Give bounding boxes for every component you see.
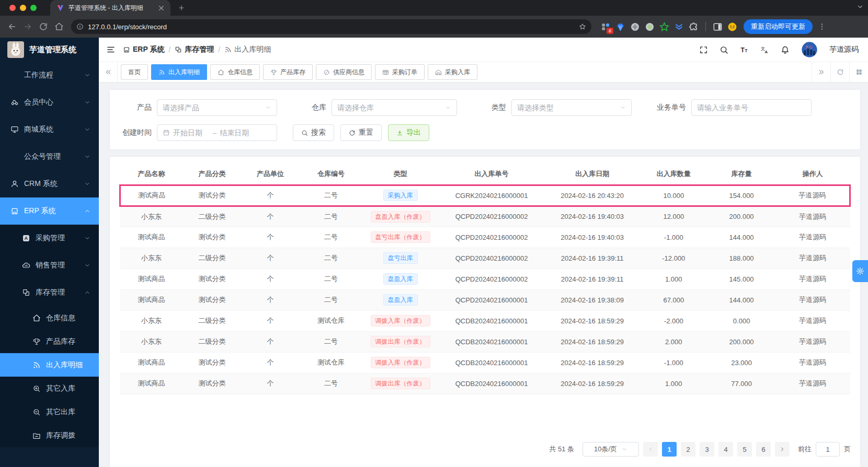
- browser-update-button[interactable]: 重新启动即可更新: [744, 19, 813, 34]
- tab-产品库存[interactable]: 产品库存: [263, 64, 313, 80]
- collapse-sidebar-icon[interactable]: [106, 45, 116, 54]
- tab-首页[interactable]: 首页: [121, 64, 148, 80]
- sidebar-item-11[interactable]: 出入库明细: [0, 353, 99, 377]
- language-icon[interactable]: 文A: [760, 45, 769, 54]
- tab-出入库明细[interactable]: 出入库明细: [151, 64, 207, 80]
- extensions-menu-icon[interactable]: [689, 22, 699, 32]
- page-button-5[interactable]: 5: [737, 442, 752, 457]
- site-info-icon[interactable]: [76, 23, 84, 30]
- page-size-select[interactable]: 10条/页: [583, 442, 639, 457]
- window-close-button[interactable]: [9, 5, 16, 11]
- cell-no: QCPD20240216000002: [438, 206, 545, 227]
- store-icon: [10, 207, 19, 215]
- sidebar-item-9[interactable]: 仓库信息: [0, 306, 99, 330]
- extension-gem-icon[interactable]: [615, 22, 625, 32]
- sidebar-item-13[interactable]: 其它出库: [0, 400, 99, 424]
- sidebar-item-12[interactable]: 其它入库: [0, 377, 99, 400]
- sidebar-item-7[interactable]: 销售管理: [0, 252, 99, 279]
- tab-采购订单[interactable]: 采购订单: [375, 64, 425, 80]
- reload-button[interactable]: [37, 20, 50, 33]
- export-button[interactable]: 导出: [388, 124, 429, 141]
- app-logo-row[interactable]: 芋道管理系统: [0, 38, 99, 62]
- sidebar-item-3[interactable]: 公众号管理: [0, 143, 99, 170]
- warehouse-select-input[interactable]: [337, 103, 445, 112]
- product-select-input[interactable]: [163, 103, 265, 112]
- breadcrumb-item[interactable]: 库存管理: [175, 45, 214, 54]
- back-button[interactable]: [5, 20, 19, 33]
- sidebar-item-0[interactable]: 工作流程: [0, 62, 99, 89]
- breadcrumb-item[interactable]: 出入库明细: [224, 45, 271, 54]
- tabs-scroll-right-button[interactable]: [812, 62, 830, 82]
- bizno-input[interactable]: [697, 103, 806, 112]
- theme-settings-button[interactable]: [852, 260, 868, 282]
- page-button-3[interactable]: 3: [700, 442, 714, 457]
- bizno-input-wrap[interactable]: [691, 99, 812, 116]
- date-end-input[interactable]: [220, 129, 256, 137]
- page-button-1[interactable]: 1: [662, 442, 677, 457]
- date-start-input[interactable]: [173, 129, 210, 137]
- browser-menu-icon[interactable]: [818, 22, 826, 31]
- bookmark-star-icon[interactable]: [579, 23, 586, 30]
- type-select[interactable]: [511, 99, 632, 116]
- extension-icon[interactable]: 6: [601, 22, 611, 32]
- sidebar-item-14[interactable]: 库存调拨: [0, 424, 99, 447]
- search-icon[interactable]: [719, 45, 728, 54]
- tabs-refresh-button[interactable]: [830, 62, 849, 82]
- extension-star-icon[interactable]: [659, 22, 669, 32]
- tab-供应商信息[interactable]: 供应商信息: [316, 64, 372, 80]
- side-panel-icon[interactable]: [713, 22, 723, 32]
- username[interactable]: 芋道源码: [829, 45, 859, 54]
- notifications-icon[interactable]: [781, 45, 790, 54]
- cell-no: QCDB20240216000001: [438, 352, 545, 373]
- goto-page-input[interactable]: [816, 442, 840, 457]
- next-page-button[interactable]: [775, 442, 790, 457]
- cell-date: 2024-02-16 19:39:11: [545, 248, 639, 268]
- browser-tab[interactable]: 芋道管理系统 - 出入库明细: [50, 0, 170, 16]
- cell-warehouse: 二号: [300, 206, 362, 227]
- sidebar-item-5[interactable]: ERP 系统: [0, 197, 99, 225]
- tab-采购入库[interactable]: 采购入库: [428, 64, 477, 80]
- prev-page-button[interactable]: [643, 442, 658, 457]
- page-button-4[interactable]: 4: [718, 442, 733, 457]
- page-button-6[interactable]: 6: [756, 442, 771, 457]
- product-select[interactable]: [157, 99, 277, 116]
- breadcrumb-item[interactable]: ERP 系统: [123, 45, 164, 54]
- reset-button[interactable]: 重置: [340, 124, 382, 141]
- user-avatar[interactable]: 文心: [801, 41, 818, 58]
- tab-search-chevron[interactable]: [856, 3, 864, 10]
- sidebar-item-6[interactable]: A采购管理: [0, 225, 99, 252]
- column-header: 出入库单号: [438, 164, 545, 185]
- cell-qty: 10.000: [639, 185, 707, 206]
- sidebar-item-8[interactable]: 库存管理: [0, 279, 99, 306]
- extension-chevrons-icon[interactable]: [674, 22, 684, 32]
- window-zoom-button[interactable]: [30, 5, 37, 11]
- type-select-input[interactable]: [517, 103, 620, 112]
- extension-gray-icon[interactable]: [630, 22, 640, 32]
- search-button[interactable]: 搜索: [293, 124, 334, 141]
- profile-avatar-icon[interactable]: [727, 22, 737, 32]
- page-button-2[interactable]: 2: [681, 442, 695, 457]
- tabs-scroll-left-button[interactable]: [99, 62, 118, 82]
- sidebar-item-1[interactable]: 会员中心: [0, 89, 99, 116]
- tab-close-icon[interactable]: [157, 4, 165, 12]
- date-range-picker[interactable]: –: [157, 124, 277, 141]
- fullscreen-icon[interactable]: [699, 45, 708, 54]
- font-size-icon[interactable]: TT: [740, 45, 749, 54]
- warehouse-select[interactable]: [332, 99, 457, 116]
- svg-text:文心: 文心: [805, 45, 813, 49]
- product-label: 产品: [119, 103, 152, 112]
- content-area: 产品 仓库 类型: [99, 83, 868, 467]
- sidebar-item-10[interactable]: 产品库存: [0, 330, 99, 353]
- sidebar-item-2[interactable]: 商城系统: [0, 116, 99, 143]
- tabs-menu-button[interactable]: [849, 62, 868, 82]
- forward-button[interactable]: [21, 20, 35, 33]
- sidebar-item-4[interactable]: CRM 系统: [0, 170, 99, 197]
- address-bar[interactable]: 127.0.0.1/erp/stock/record: [71, 19, 591, 34]
- url-text[interactable]: 127.0.0.1/erp/stock/record: [88, 23, 575, 31]
- tab-仓库信息[interactable]: 仓库信息: [210, 64, 260, 80]
- window-minimize-button[interactable]: [20, 5, 26, 11]
- new-tab-button[interactable]: [178, 4, 185, 11]
- extension-greendot-icon[interactable]: [645, 22, 655, 32]
- goto-label: 前往: [798, 445, 812, 454]
- home-button[interactable]: [52, 20, 66, 33]
